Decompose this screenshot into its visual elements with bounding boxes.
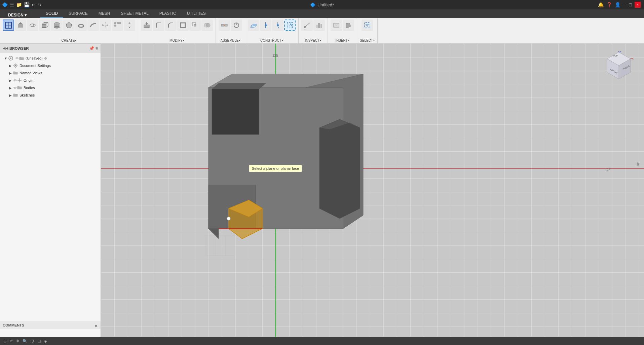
tab-solid[interactable]: SOLID: [40, 10, 63, 18]
insert-decal-button[interactable]: [343, 20, 354, 31]
browser-collapse-icon[interactable]: ◀◀: [3, 46, 8, 50]
statusbar-render-icon[interactable]: ◈: [44, 339, 47, 343]
create-torus-button[interactable]: [75, 20, 87, 31]
select-label[interactable]: SELECT▾: [360, 39, 375, 42]
assemble-group: ASSEMBLE▾: [216, 18, 245, 44]
tree-visibility-bodies[interactable]: 👁: [13, 86, 17, 90]
tree-settings-icon-root[interactable]: ⚙: [44, 56, 47, 60]
statusbar-zoom-icon[interactable]: 🔍: [23, 339, 27, 343]
tree-arrow-bodies[interactable]: ▶: [8, 86, 13, 90]
insert-label[interactable]: INSERT▾: [335, 39, 349, 42]
create-label[interactable]: CREATE▾: [62, 39, 77, 42]
select-filter-button[interactable]: [362, 20, 373, 31]
tree-arrow-sketches[interactable]: ▶: [8, 93, 13, 97]
modify-group: MODIFY▾: [138, 18, 216, 44]
tree-item-doc-settings[interactable]: ▶ Document Settings: [0, 62, 101, 69]
browser-panel: ◀◀ BROWSER 📌 ≡ ▼ 👁 (Unsaved) ⚙ ▶: [0, 44, 101, 337]
assemble-motion-button[interactable]: [231, 20, 242, 31]
tree-arrow-named-views[interactable]: ▶: [8, 71, 13, 75]
3d-model: [158, 67, 427, 293]
tree-item-root[interactable]: ▼ 👁 (Unsaved) ⚙: [0, 54, 101, 62]
modify-press-pull-button[interactable]: [141, 20, 152, 31]
help-icon[interactable]: ❓: [606, 2, 612, 7]
minimize-button[interactable]: ─: [623, 2, 627, 7]
assemble-label[interactable]: ASSEMBLE▾: [221, 39, 240, 42]
tab-utilities[interactable]: UTILITIES: [182, 10, 211, 18]
tree-visibility-origin[interactable]: 👁: [13, 79, 17, 82]
canvas-area[interactable]: 125 -25: [101, 44, 644, 337]
create-cylinder-button[interactable]: [51, 20, 63, 31]
svg-marker-21: [128, 22, 130, 28]
modify-fillet-button[interactable]: [153, 20, 164, 31]
tab-mesh[interactable]: MESH: [93, 10, 116, 18]
inspect-label[interactable]: INSPECT▾: [305, 39, 321, 42]
insert-group: INSERT▾: [328, 18, 357, 44]
tree-arrow-origin[interactable]: ▶: [8, 79, 13, 82]
tree-arrow-root[interactable]: ▼: [3, 56, 8, 60]
svg-rect-77: [225, 245, 235, 256]
maximize-button[interactable]: □: [629, 2, 632, 7]
tab-surface[interactable]: SURFACE: [63, 10, 93, 18]
tree-label-doc-settings: Document Settings: [20, 64, 51, 68]
svg-line-39: [278, 26, 279, 28]
tree-item-bodies[interactable]: ▶ 👁 Bodies: [0, 84, 101, 91]
create-move-button[interactable]: [124, 20, 135, 31]
save-button[interactable]: 💾: [24, 2, 30, 7]
create-sphere-button[interactable]: [63, 20, 75, 31]
create-pattern-button[interactable]: [112, 20, 123, 31]
tree-arrow-doc-settings[interactable]: ▶: [8, 64, 13, 68]
tree-visibility-root[interactable]: 👁: [15, 56, 19, 60]
construct-axis-button[interactable]: [260, 20, 271, 31]
svg-text:X: X: [632, 58, 634, 60]
comments-expand-icon[interactable]: ▲: [94, 323, 98, 327]
statusbar-display-icon[interactable]: ◫: [37, 339, 41, 343]
tree-item-sketches[interactable]: ▶ Sketches: [0, 91, 101, 99]
statusbar-viewcube-icon[interactable]: ⬡: [31, 339, 34, 343]
construct-label[interactable]: CONSTRUCT▾: [260, 39, 283, 42]
close-button[interactable]: ×: [635, 2, 641, 8]
modify-label[interactable]: MODIFY▾: [169, 39, 184, 42]
new-button[interactable]: ☰: [10, 2, 14, 7]
insert-canvas-button[interactable]: [331, 20, 342, 31]
create-revolve-button[interactable]: [27, 20, 38, 31]
create-pipe-button[interactable]: [87, 20, 99, 31]
notifications-icon[interactable]: 🔔: [598, 2, 604, 7]
statusbar-pan-icon[interactable]: ✥: [16, 339, 19, 343]
user-icon[interactable]: 👤: [615, 2, 620, 7]
create-box-button[interactable]: [39, 20, 50, 31]
create-extrude-button[interactable]: [15, 20, 26, 31]
modify-chamfer-button[interactable]: [165, 20, 177, 31]
svg-rect-23: [181, 23, 185, 28]
viewport-cube[interactable]: Z X TOP RIGHT FRONT: [604, 50, 634, 81]
open-button[interactable]: 📁: [16, 2, 22, 7]
create-mirror-button[interactable]: [100, 20, 111, 31]
tree-icon-root: [8, 55, 13, 61]
statusbar-orbit-icon[interactable]: ⟳: [10, 339, 13, 343]
modify-shell-button[interactable]: [177, 20, 189, 31]
create-buttons: [3, 20, 135, 31]
browser-expand-icon[interactable]: ≡: [96, 46, 98, 51]
construct-offset-plane-button[interactable]: [248, 20, 259, 31]
inspect-measure-button[interactable]: [301, 20, 313, 31]
redo-button[interactable]: ↪: [38, 2, 42, 7]
tab-sheet-metal[interactable]: SHEET METAL: [115, 10, 154, 18]
tree-item-origin[interactable]: ▶ 👁 Origin: [0, 77, 101, 84]
statusbar-grid-icon[interactable]: ⊞: [3, 339, 6, 343]
tab-plastic[interactable]: PLASTIC: [154, 10, 182, 18]
assemble-joint-button[interactable]: [219, 20, 230, 31]
inspect-analysis-button[interactable]: [313, 20, 325, 31]
select-buttons: [362, 20, 373, 31]
svg-rect-44: [318, 23, 320, 28]
undo-button[interactable]: ↩: [32, 2, 36, 7]
svg-rect-29: [225, 24, 227, 26]
tree-item-named-views[interactable]: ▶ Named Views: [0, 69, 101, 77]
svg-rect-22: [144, 25, 149, 28]
modify-combine-button[interactable]: [201, 20, 213, 31]
svg-point-58: [15, 65, 16, 66]
construct-select-button[interactable]: [284, 20, 296, 31]
modify-scale-button[interactable]: [189, 20, 201, 31]
browser-pin-icon[interactable]: 📌: [89, 46, 94, 51]
construct-point-button[interactable]: [272, 20, 283, 31]
svg-point-80: [227, 217, 230, 220]
create-sketch-button[interactable]: [3, 20, 14, 31]
